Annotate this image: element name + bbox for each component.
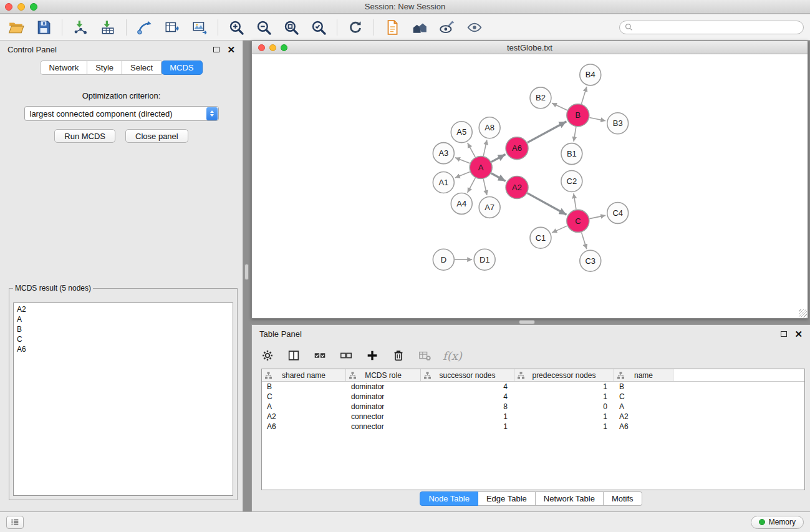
select-all-button[interactable]	[312, 347, 328, 364]
eye-button[interactable]	[465, 17, 485, 37]
annotation-button[interactable]	[437, 17, 457, 37]
node-D1[interactable]: D1	[474, 249, 495, 270]
node-A7[interactable]: A7	[479, 196, 500, 218]
splitter-handle[interactable]	[519, 320, 535, 324]
resize-grip[interactable]	[799, 309, 807, 317]
node-A1[interactable]: A1	[433, 172, 454, 193]
node-D[interactable]: D	[433, 249, 454, 270]
delete-table-button[interactable]	[417, 347, 433, 364]
tab-motifs[interactable]: Motifs	[604, 491, 642, 506]
splitter-handle[interactable]	[244, 264, 249, 280]
optimization-dropdown[interactable]: largest connected component (directed)	[24, 106, 219, 121]
column-header-shared-name[interactable]: shared name	[262, 369, 346, 381]
close-panel-icon[interactable]: ✕	[227, 45, 235, 54]
search-input[interactable]	[637, 23, 798, 32]
table-row[interactable]: Adominator80A	[262, 402, 804, 412]
node-A[interactable]: A	[470, 157, 492, 179]
edge-B-B2[interactable]	[552, 103, 567, 110]
result-item[interactable]: A2	[17, 304, 229, 314]
gear-button[interactable]	[259, 347, 276, 364]
node-B4[interactable]: B4	[580, 64, 601, 85]
node-C3[interactable]: C3	[580, 250, 601, 271]
result-item[interactable]: A6	[17, 344, 229, 354]
close-panel-button[interactable]: Close panel	[125, 129, 188, 143]
node-C[interactable]: C	[567, 210, 589, 232]
tab-edge-table[interactable]: Edge Table	[478, 491, 536, 506]
zoom-out-button[interactable]	[254, 17, 274, 37]
close-table-panel-icon[interactable]: ✕	[794, 329, 803, 339]
edge-B-B4[interactable]	[581, 87, 587, 104]
add-button[interactable]	[364, 347, 380, 364]
network-close-button[interactable]	[258, 44, 265, 51]
edge-B-B1[interactable]	[574, 127, 576, 141]
float-table-panel-icon[interactable]	[781, 331, 787, 337]
node-A2[interactable]: A2	[506, 177, 528, 199]
edge-A6-B[interactable]	[528, 122, 567, 143]
node-B1[interactable]: B1	[561, 143, 582, 165]
function-builder-button[interactable]: f(x)	[443, 349, 462, 362]
node-A5[interactable]: A5	[451, 122, 472, 143]
mcds-result-list[interactable]: A2ABCA6	[13, 302, 233, 496]
trash-button[interactable]	[390, 347, 407, 364]
columns-button[interactable]	[286, 347, 302, 364]
column-header-MCDS-role[interactable]: MCDS role	[346, 369, 421, 381]
node-A6[interactable]: A6	[506, 137, 528, 160]
node-B3[interactable]: B3	[607, 113, 629, 134]
edge-A-A3[interactable]	[455, 158, 470, 163]
edge-A-A2[interactable]	[491, 173, 506, 181]
edge-A-A4[interactable]	[468, 178, 476, 193]
column-header-predecessor-nodes[interactable]: predecessor nodes	[514, 369, 614, 381]
memory-button[interactable]: Memory	[751, 516, 804, 529]
node-B2[interactable]: B2	[530, 87, 551, 109]
network-minimize-button[interactable]	[269, 44, 276, 51]
table-row[interactable]: Bdominator41B	[262, 382, 804, 392]
refresh-button[interactable]	[345, 17, 365, 37]
column-header-name[interactable]: name	[614, 369, 673, 381]
import-network-button[interactable]	[70, 17, 90, 37]
network-zoom-button[interactable]	[281, 44, 287, 51]
edge-A-A5[interactable]	[468, 143, 475, 157]
table-row[interactable]: Cdominator41C	[262, 392, 804, 402]
table-row[interactable]: A2connector11A2	[262, 412, 804, 422]
result-item[interactable]: C	[17, 334, 229, 344]
tab-style[interactable]: Style	[87, 60, 122, 75]
tab-network-table[interactable]: Network Table	[536, 491, 604, 506]
zoom-in-button[interactable]	[226, 17, 246, 37]
show-panels-button[interactable]	[6, 516, 24, 529]
node-B[interactable]: B	[567, 104, 589, 127]
result-item[interactable]: A	[17, 314, 229, 324]
edge-C-C3[interactable]	[581, 232, 586, 249]
document-button[interactable]	[382, 17, 402, 37]
edge-A-A8[interactable]	[483, 140, 487, 156]
dropdown-stepper-icon[interactable]	[206, 107, 218, 120]
edge-A-A6[interactable]	[491, 155, 506, 162]
tab-select[interactable]: Select	[122, 60, 162, 75]
save-button[interactable]	[34, 17, 54, 37]
deselect-all-button[interactable]	[338, 347, 354, 364]
edge-C-C4[interactable]	[589, 215, 605, 218]
node-C4[interactable]: C4	[607, 202, 629, 223]
node-A8[interactable]: A8	[479, 117, 500, 138]
network-canvas[interactable]: B4B2BB3A8A5A6A3B1AC2A1A2A4A7C4CC1C3DD1	[252, 54, 808, 318]
edge-B-B3[interactable]	[589, 118, 605, 121]
tab-network[interactable]: Network	[40, 60, 87, 75]
zoom-selected-button[interactable]	[309, 17, 329, 37]
export-table-button[interactable]	[162, 17, 182, 37]
edge-A-A1[interactable]	[455, 172, 470, 178]
node-C1[interactable]: C1	[530, 227, 551, 248]
tab-mcds[interactable]: MCDS	[162, 60, 202, 75]
network-graph[interactable]: B4B2BB3A8A5A6A3B1AC2A1A2A4A7C4CC1C3DD1	[252, 54, 808, 318]
close-window-button[interactable]	[5, 3, 12, 11]
edge-C-C2[interactable]	[574, 193, 576, 209]
search-box[interactable]	[619, 21, 804, 34]
import-table-button[interactable]	[98, 17, 118, 37]
node-C2[interactable]: C2	[561, 171, 582, 192]
home-button[interactable]	[410, 17, 430, 37]
edge-A-A7[interactable]	[483, 179, 487, 195]
column-header-successor-nodes[interactable]: successor nodes	[421, 369, 514, 381]
edge-A2-C[interactable]	[528, 193, 567, 215]
result-item[interactable]: B	[17, 324, 229, 334]
edge-C-C1[interactable]	[552, 226, 567, 233]
tab-node-table[interactable]: Node Table	[420, 491, 478, 506]
node-A4[interactable]: A4	[451, 193, 472, 214]
